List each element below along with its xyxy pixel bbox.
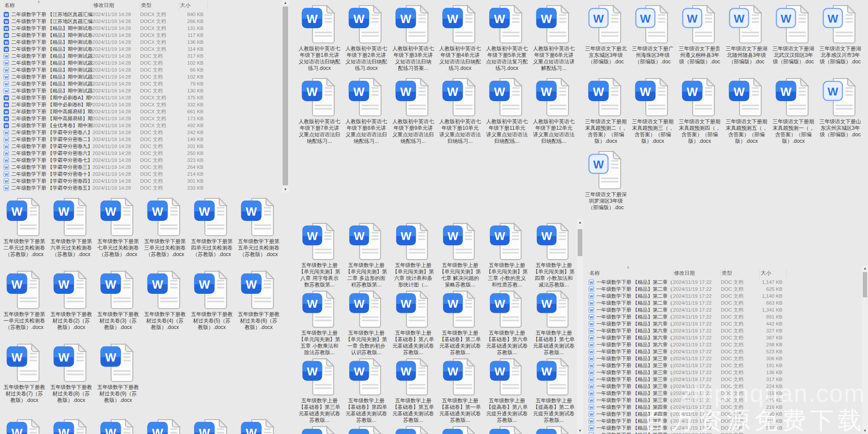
file-row[interactable]: W一年级数学下册 【精品】第六章（加与...2024/11/19 17:22DO… [585, 320, 861, 327]
file-icon-partial[interactable]: W [437, 423, 483, 434]
file-row[interactable]: W一年级数学下册 【精品】第三章（生活...2024/11/19 17:22DO… [585, 348, 861, 355]
file-icon-partial[interactable]: W [1, 416, 48, 434]
file-icon[interactable]: W 人教版初中英语七年级下册2单元讲义短语语法归纳配练习.docx [343, 2, 390, 75]
file-row[interactable]: W一年级数学下册 【精品】第三章（生活...2024/11/19 17:22DO… [585, 397, 861, 404]
scroll-thumb[interactable] [578, 229, 582, 256]
file-icon[interactable]: W 三年级语文下册期末真题预测五（，含答案）（部编版）.docx [723, 75, 770, 148]
file-row[interactable]: W二年级数学下册 【江苏地区真题汇编】 ...2024/11/19 14:28D… [0, 11, 281, 18]
file-row[interactable]: W一年级数学下册 【精品】第三章（生活...2024/11/19 17:22DO… [585, 390, 861, 397]
scroll-down-arrow-icon[interactable]: ▼ [577, 428, 583, 434]
file-row[interactable]: W一年级数学下册 【精品】第二章（观察...2024/11/19 17:22DO… [585, 299, 861, 306]
file-row[interactable]: W二年级数学下册 【学霸夺分密卷六】期...2024/11/19 14:28DO… [0, 150, 281, 157]
file-icon[interactable]: W 五年级数学上册【基础卷】第四单元基础通关测试卷 苏教版... [343, 355, 390, 423]
file-icon[interactable]: W 三年级语文下册期末真题预测二（，含答案）（部编版）.docx [582, 75, 629, 148]
file-icon[interactable]: W 三年级语文下册贵州遵义桐梓县3年级（部编版）.doc [676, 2, 723, 75]
file-icon-partial[interactable]: W [95, 416, 141, 434]
file-row[interactable]: W一年级数学下册 【精品】第六章（加与...2024/11/19 17:22DO… [585, 334, 861, 341]
file-row[interactable]: W二年级数学下册 【学霸夺分密卷三】期...2024/11/19 14:28DO… [0, 164, 281, 171]
file-icon-partial[interactable]: W [235, 416, 282, 434]
file-row[interactable]: W二年级数学下册 【期中高频易错】期中...2024/11/19 14:28DO… [0, 108, 281, 115]
file-icon[interactable]: W 五年级数学上册【单元闯关测】第五章 小数乘法和除法苏教版... [296, 287, 343, 355]
file-row[interactable]: W一年级数学下册 【精品】第三章（生活...2024/11/19 17:22DO… [585, 355, 861, 362]
file-icon[interactable]: W 五年级数学下册教材过关卷(2)（苏教版）.docx [48, 267, 95, 340]
file-icon[interactable]: W 五年级数学下册第二单元过关检测卷（苏教版）.docx [1, 194, 48, 267]
file-icon[interactable]: W 人教版初中英语七年级下册11单元讲义重点短语语法归纳配练... [483, 75, 530, 148]
file-row[interactable]: W二年级数学下册 【期中高频易错】期中...2024/11/19 14:28DO… [0, 115, 281, 122]
file-row[interactable]: W二年级数学下册 【学霸夺分密卷九】期...2024/11/19 14:28DO… [0, 143, 281, 150]
file-icon[interactable]: W 人教版初中英语七年级下册5单元重点短语语法复习配练习.docx [483, 2, 530, 75]
file-icon[interactable]: W 五年级数学下册第七单元过关检测卷（苏教版）.docx [95, 194, 141, 267]
column-header-date-modified[interactable]: 修改日期 [92, 2, 140, 11]
file-icon[interactable]: W 五年级数学上册【基础卷】第六单元基础通关测试卷 苏教版... [483, 287, 530, 355]
file-icon[interactable]: W 人教版初中英语七年级下册9单元讲义重点短语语法归纳配练习... [390, 75, 437, 148]
file-row[interactable]: W二年级数学下册 【精品】期中测试题（...2024/11/19 14:28DO… [0, 66, 281, 73]
file-icon[interactable]: W 三年级语文下册广州海珠区3年级（部编版）.doc [629, 2, 676, 75]
file-icon[interactable]: W 三年级语文下册期末真题预测四（，含答案）（部编版）.docx [676, 75, 723, 148]
file-icon[interactable]: W 人教版初中英语七年级下册7单元讲义重点短语语法归纳配练习... [296, 75, 343, 148]
file-icon[interactable]: W 三年级语文下册期末真题预测一（，含答案）（部编版）.docx [770, 75, 817, 148]
file-icon-partial[interactable]: W [188, 416, 235, 434]
file-icon[interactable]: W 五年级数学下册教材过关卷(4)（苏教版）.docx [141, 267, 188, 340]
scrollbar-bottom-middle-grid[interactable]: ▲ ▼ [577, 220, 583, 434]
file-icon-partial[interactable]: W [48, 416, 95, 434]
column-header-size[interactable]: 大小 [760, 270, 787, 279]
file-icon[interactable]: W 人教版初中英语七年级下册6单元讲义重点短语语法讲解配练习... [530, 2, 577, 75]
scroll-up-arrow-icon[interactable]: ▲ [577, 220, 583, 226]
file-icon[interactable]: W 五年级数学下册教材过关卷(8)（苏教版）.docx [48, 340, 95, 413]
file-row[interactable]: W二年级数学下册 【期中必刷卷A】期中...2024/11/19 14:28DO… [0, 94, 281, 101]
scroll-down-arrow-icon[interactable]: ▼ [282, 187, 289, 193]
column-header-type[interactable]: 类型 [140, 2, 179, 11]
column-header-size[interactable]: 大小 [179, 2, 208, 11]
file-row[interactable]: W一年级数学下册 【精品】第三章（生活...2024/11/19 17:22DO… [585, 369, 861, 376]
file-icon[interactable]: W 五年级数学下册第四单元过关检测卷（苏教版）.docx [188, 194, 235, 267]
file-row[interactable]: W二年级数学下册 【精品】期中测试卷（...2024/11/19 14:28DO… [0, 32, 281, 39]
file-icon[interactable]: W 三年级语文下册期末真题预测三（，含答案）（部编版）.docx [629, 75, 676, 148]
file-icon[interactable]: W 人教版初中英语七年级下册4单元讲义短语语法归纳配练习.docx [437, 2, 483, 75]
file-icon[interactable]: W 五年级数学下册第六单元过关检测卷（苏教版）.docx [48, 194, 95, 267]
scroll-thumb[interactable] [863, 272, 867, 297]
file-row[interactable]: W二年级数学下册 【期中必刷卷B】期中...2024/11/19 14:28DO… [0, 101, 281, 108]
file-row[interactable]: W一年级数学下册 【精品】第三章（生活...2024/11/19 17:22DO… [585, 376, 861, 383]
file-row[interactable]: W一年级数学下册 【精品】第四章（有趣...2024/11/19 17:22DO… [585, 418, 861, 424]
file-row[interactable]: W二年级数学下册 【学霸夺分密卷八】期...2024/11/19 14:28DO… [0, 129, 281, 136]
file-row[interactable]: W二年级数学下册 【学霸夺分密卷七】期...2024/11/19 14:28DO… [0, 157, 281, 164]
file-row[interactable]: W二年级数学下册 【精品】期中测试题（...2024/11/19 14:28DO… [0, 59, 281, 66]
file-icon[interactable]: W 五年级数学下册教材过关卷(6)（苏教版）.docx [235, 267, 282, 340]
file-row[interactable]: W二年级数学下册 【学霸夺分密卷十】期...2024/11/19 14:28DO… [0, 171, 281, 178]
file-icon[interactable]: W 五年级数学下册第五单元过关检测卷（苏教版）.docx [235, 194, 282, 267]
file-icon[interactable]: W 三年级语文下册湖北随州随县3年级（部编版）.doc [723, 2, 770, 75]
file-row[interactable]: W二年级数学下册 【学霸夺分密卷二】期...2024/11/19 14:28DO… [0, 136, 281, 143]
file-icon[interactable]: W 五年级数学上册【单元闯关测】第七章 解决问题的策略苏教版... [437, 220, 483, 287]
file-icon[interactable]: W 五年级数学下册教材过关卷(5)（苏教版）.docx [188, 267, 235, 340]
file-row[interactable]: W一年级数学下册 【精品】第三章（生活...2024/11/19 17:22DO… [585, 383, 861, 390]
scrollbar-bottom-right-list[interactable]: ▲ ▼ [862, 266, 868, 434]
file-icon-partial[interactable]: W [483, 423, 530, 434]
scroll-up-arrow-icon[interactable]: ▲ [282, 0, 289, 6]
file-row[interactable]: W一年级数学下册 【精品】第四章（有趣...2024/11/19 17:22DO… [585, 424, 861, 431]
file-icon[interactable]: W 五年级数学下册教材过关卷(9)（苏教版）.docx [95, 340, 141, 413]
file-icon[interactable]: W 五年级数学上册【单元闯关测】第二章 多边形的面积苏教版第... [343, 220, 390, 287]
file-icon[interactable]: W 三年级语文下册深圳罗湖区3年级（部编版）.doc [582, 148, 629, 220]
file-icon[interactable]: W 五年级数学上册【单元闯关测】第一章 负数的初步认识苏教版... [343, 287, 390, 355]
file-row[interactable]: W一年级数学下册 【精品】第二章（观察...2024/11/19 17:22DO… [585, 306, 861, 313]
column-header-name[interactable]: 名称 [3, 2, 92, 11]
file-icon[interactable]: W 五年级数学上册【单元闯关测】第三章 小数的意义和性质苏教... [483, 220, 530, 287]
file-icon[interactable]: W 五年级数学上册【基础卷】第三单元基础通关测试卷 苏教版... [296, 355, 343, 423]
file-icon[interactable]: W 五年级数学上册【基础卷】第五单元基础通关测试卷 苏教版... [390, 355, 437, 423]
scrollbar-top-left-list[interactable]: ▲ ▼ [282, 0, 289, 193]
file-row[interactable]: W一年级数学下册 【精品】第四章（有趣...2024/11/19 17:22DO… [585, 411, 861, 418]
file-icon[interactable]: W 三年级语文下册山东滨州滨城区3年级（部编版）.doc [817, 75, 864, 148]
file-row[interactable]: W二年级数学下册 【精品】期中测试题（...2024/11/19 14:28DO… [0, 87, 281, 94]
file-icon[interactable]: W 五年级数学上册【提高卷】第二单元提升通关测试卷 苏教版... [530, 355, 577, 423]
file-icon[interactable]: W 五年级数学上册【基础卷】第一单元基础通关测试卷 苏教版... [437, 355, 483, 423]
file-icon-partial[interactable]: W [343, 423, 390, 434]
file-row[interactable]: W一年级数学下册 【精品】第四章（有趣...2024/11/19 17:22DO… [585, 431, 861, 434]
file-row[interactable]: W一年级数学下册 【精品】第三章（生活...2024/11/19 17:22DO… [585, 362, 861, 369]
file-icon[interactable]: W 三年级语文下册湖北武汉汉阳区3年级（部编版）.doc [770, 2, 817, 75]
file-icon-partial[interactable]: W [141, 416, 188, 434]
file-icon[interactable]: W 五年级数学下册教材过关卷(7)（苏教版）.docx [1, 340, 48, 413]
scroll-down-arrow-icon[interactable]: ▼ [862, 428, 868, 434]
file-row[interactable]: W一年级数学下册 【精品】第二章（观察...2024/11/19 17:22DO… [585, 313, 861, 320]
file-icon[interactable]: W 人教版初中英语七年级下册10单元讲义重点短语语法归纳练习... [437, 75, 483, 148]
file-icon[interactable]: W 五年级数学上册【基础卷】第七单元基础通关测试卷 苏教版... [530, 287, 577, 355]
